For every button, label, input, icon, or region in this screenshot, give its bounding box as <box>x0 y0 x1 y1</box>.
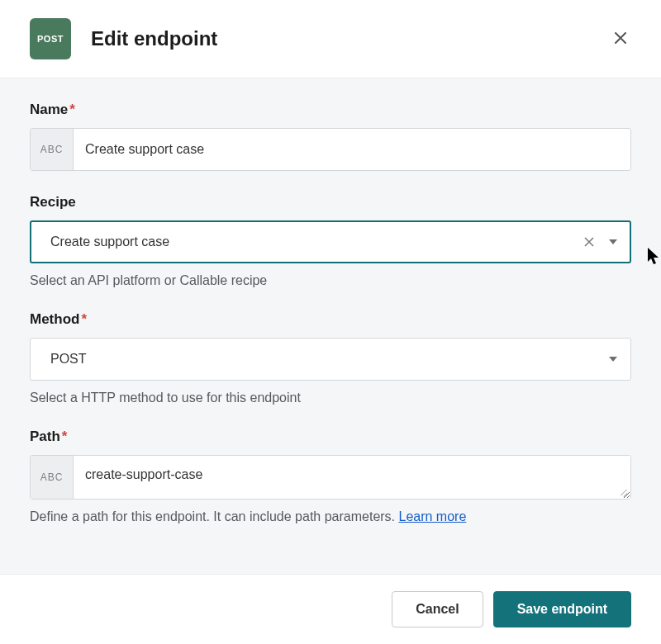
text-type-icon: ABC <box>31 456 74 499</box>
text-type-icon: ABC <box>31 129 74 170</box>
chevron-down-icon[interactable] <box>609 357 617 362</box>
path-helper: Define a path for this endpoint. It can … <box>30 509 631 524</box>
path-input[interactable] <box>74 456 630 499</box>
path-helper-text: Define a path for this endpoint. It can … <box>30 509 399 523</box>
recipe-helper: Select an API platform or Callable recip… <box>30 273 631 288</box>
clear-icon[interactable] <box>576 235 602 249</box>
method-field: Method* POST Select a HTTP method to use… <box>30 311 631 405</box>
name-label: Name* <box>30 102 631 118</box>
required-asterisk: * <box>81 311 87 327</box>
method-value: POST <box>50 352 602 367</box>
edit-endpoint-modal: POST Edit endpoint Name* ABC Recipe Crea… <box>0 0 661 644</box>
modal-footer: Cancel Save endpoint <box>0 575 661 644</box>
chevron-down-icon[interactable] <box>609 239 617 244</box>
modal-header: POST Edit endpoint <box>0 0 661 78</box>
cancel-button[interactable]: Cancel <box>392 591 483 627</box>
recipe-label: Recipe <box>30 194 631 211</box>
name-field: Name* ABC <box>30 102 631 171</box>
learn-more-link[interactable]: Learn more <box>399 509 467 523</box>
required-asterisk: * <box>62 429 68 444</box>
path-input-row: ABC <box>30 455 631 500</box>
modal-title: Edit endpoint <box>91 27 217 50</box>
resize-handle-icon[interactable] <box>619 488 627 496</box>
required-asterisk: * <box>69 102 75 117</box>
method-helper: Select a HTTP method to use for this end… <box>30 391 631 405</box>
close-icon[interactable] <box>610 26 631 51</box>
method-select[interactable]: POST <box>30 338 631 381</box>
path-label-text: Path <box>30 429 60 444</box>
name-input[interactable] <box>74 129 630 170</box>
method-badge: POST <box>30 18 71 59</box>
path-field: Path* ABC Define a path for this endpoin… <box>30 429 631 524</box>
method-label: Method* <box>30 311 631 328</box>
save-endpoint-button[interactable]: Save endpoint <box>493 591 631 627</box>
recipe-select[interactable]: Create support case <box>30 220 631 263</box>
name-label-text: Name <box>30 102 68 117</box>
recipe-field: Recipe Create support case Select an API… <box>30 194 631 288</box>
name-input-row: ABC <box>30 128 631 171</box>
recipe-value: Create support case <box>50 234 576 249</box>
modal-body: Name* ABC Recipe Create support case Sel… <box>0 78 661 575</box>
method-label-text: Method <box>30 311 79 327</box>
path-label: Path* <box>30 429 631 445</box>
